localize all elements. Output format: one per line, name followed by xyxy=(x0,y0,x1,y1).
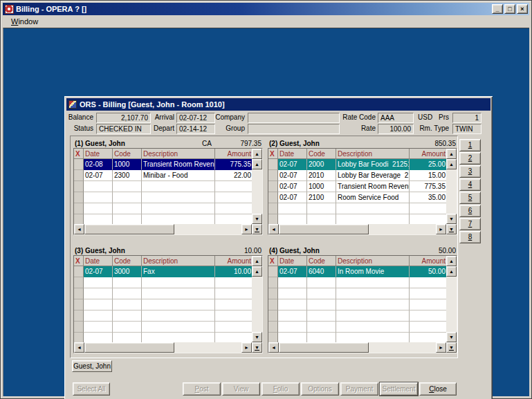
arrival-field[interactable]: 02-07-12 xyxy=(176,113,215,123)
vertical-scrollbar[interactable]: ▲▲▼ xyxy=(252,149,262,224)
post-button[interactable]: Post xyxy=(183,382,221,396)
folio-button-5[interactable]: 5 xyxy=(459,192,481,204)
rate-code-field[interactable]: AAA xyxy=(378,113,414,123)
scrollbar-track[interactable] xyxy=(369,224,436,234)
grid-cell[interactable]: 02-07 xyxy=(278,266,307,277)
scroll-up-icon[interactable]: ▲ xyxy=(252,159,262,169)
scroll-up-icon[interactable]: ▲ xyxy=(446,149,457,159)
grid-cell[interactable]: 02-07 xyxy=(278,192,307,203)
payment-button[interactable]: Payment xyxy=(340,382,378,396)
scroll-left-icon[interactable]: ◄ xyxy=(268,342,279,353)
folio-button[interactable]: Folio xyxy=(262,382,300,396)
folio-button-3[interactable]: 3 xyxy=(459,165,481,178)
scroll-to-end-icon[interactable]: ▼ xyxy=(252,224,262,234)
scroll-up-icon[interactable]: ▲ xyxy=(446,159,457,169)
grid-cell[interactable]: 1000 xyxy=(113,159,142,170)
grid-cell[interactable]: 775.35 xyxy=(215,159,253,170)
group-field[interactable] xyxy=(248,124,340,134)
transaction-row[interactable]: 02-081000Transient Room Revenu775.35 xyxy=(74,159,252,170)
transaction-row[interactable]: 02-071000Transient Room Revenu775.35 xyxy=(268,181,446,192)
grid-cell[interactable]: 6040 xyxy=(307,266,336,277)
row-marker-cell[interactable] xyxy=(268,170,278,181)
row-marker-cell[interactable] xyxy=(74,266,84,277)
grid-cell[interactable]: 02-07 xyxy=(278,181,307,192)
transaction-row[interactable]: 02-072300Minibar - Food22.00 xyxy=(74,170,252,181)
rm-type-field[interactable]: TWIN xyxy=(452,124,481,134)
folio-button-6[interactable]: 6 xyxy=(459,205,481,217)
view-button[interactable]: View xyxy=(222,382,260,396)
minimize-icon[interactable]: _ xyxy=(492,4,503,14)
grid-cell[interactable]: Transient Room Revenu xyxy=(336,181,410,192)
scroll-left-icon[interactable]: ◄ xyxy=(268,224,279,234)
scrollbar-thumb[interactable] xyxy=(279,342,369,353)
scroll-up-icon[interactable]: ▲ xyxy=(252,256,262,266)
row-marker-cell[interactable] xyxy=(268,266,278,277)
scroll-to-end-icon[interactable]: ▼ xyxy=(446,342,457,353)
scrollbar-thumb[interactable] xyxy=(84,224,174,234)
grid-cell[interactable]: Lobby Bar Foodi 21251 xyxy=(336,159,410,170)
scroll-down-icon[interactable]: ▼ xyxy=(252,214,262,224)
scroll-to-end-icon[interactable]: ▼ xyxy=(252,342,262,353)
scrollbar-track[interactable] xyxy=(174,342,241,353)
grid-cell[interactable]: 15.00 xyxy=(410,170,448,181)
grid-cell[interactable]: 10.00 xyxy=(215,266,253,277)
horizontal-scrollbar[interactable]: ◄► xyxy=(74,342,252,353)
scrollbar-track[interactable] xyxy=(174,224,241,234)
scrollbar-thumb[interactable] xyxy=(84,342,174,353)
folio-button-2[interactable]: 2 xyxy=(459,152,481,165)
vertical-scrollbar[interactable]: ▲▲▼ xyxy=(252,256,262,342)
scroll-up-icon[interactable]: ▲ xyxy=(446,266,457,277)
row-marker-cell[interactable] xyxy=(74,159,84,170)
scroll-down-icon[interactable]: ▼ xyxy=(446,332,457,342)
grid-cell[interactable]: 2010 xyxy=(307,170,336,181)
status-field[interactable]: CHECKED IN xyxy=(96,124,151,134)
scroll-right-icon[interactable]: ► xyxy=(241,224,252,234)
scrollbar-track[interactable] xyxy=(252,169,262,214)
row-marker-cell[interactable] xyxy=(268,159,278,170)
horizontal-scrollbar[interactable]: ◄► xyxy=(268,224,446,234)
grid-cell[interactable]: 3000 xyxy=(113,266,142,277)
scroll-to-end-icon[interactable]: ▼ xyxy=(446,224,457,234)
folio-button-1[interactable]: 1 xyxy=(459,139,481,151)
scrollbar-track[interactable] xyxy=(446,169,457,214)
scroll-up-icon[interactable]: ▲ xyxy=(252,266,262,277)
scrollbar-track[interactable] xyxy=(446,277,457,332)
scroll-up-icon[interactable]: ▲ xyxy=(446,256,457,266)
close-button[interactable]: Close xyxy=(419,382,457,396)
folio-button-4[interactable]: 4 xyxy=(459,178,481,191)
title-bar[interactable]: Billing - OPERA ? [] _ □ × xyxy=(3,3,529,15)
scroll-right-icon[interactable]: ► xyxy=(436,224,446,234)
scroll-down-icon[interactable]: ▼ xyxy=(252,332,262,342)
horizontal-scrollbar[interactable]: ◄► xyxy=(74,224,252,234)
row-marker-cell[interactable] xyxy=(268,181,278,192)
grid-cell[interactable]: 50.00 xyxy=(410,266,448,277)
guest-tab[interactable]: Guest, John xyxy=(72,360,112,372)
grid-cell[interactable]: In Room Movie xyxy=(336,266,410,277)
grid-cell[interactable]: 2300 xyxy=(113,170,142,181)
grid-cell[interactable]: Minibar - Food xyxy=(142,170,215,181)
grid-cell[interactable]: 25.00 xyxy=(410,159,448,170)
horizontal-scrollbar[interactable]: ◄► xyxy=(268,342,446,353)
company-field[interactable] xyxy=(248,113,340,123)
scrollbar-thumb[interactable] xyxy=(279,224,369,234)
grid-cell[interactable]: Transient Room Revenu xyxy=(142,159,215,170)
grid-cell[interactable]: 02-07 xyxy=(84,266,113,277)
transaction-row[interactable]: 02-072010Lobby Bar Beverage 21515.00 xyxy=(268,170,446,181)
scrollbar-track[interactable] xyxy=(252,277,262,332)
folio-button-7[interactable]: 7 xyxy=(459,218,481,230)
prs-field[interactable]: 1 xyxy=(452,113,481,123)
grid-cell[interactable]: 02-07 xyxy=(278,159,307,170)
menu-window[interactable]: Window xyxy=(8,17,42,26)
grid-cell[interactable]: 2100 xyxy=(307,192,336,203)
folio-button-8[interactable]: 8 xyxy=(459,231,481,243)
grid-cell[interactable]: 35.00 xyxy=(410,192,448,203)
grid-cell[interactable]: 1000 xyxy=(307,181,336,192)
scroll-right-icon[interactable]: ► xyxy=(241,342,252,353)
vertical-scrollbar[interactable]: ▲▲▼ xyxy=(446,149,457,224)
scroll-up-icon[interactable]: ▲ xyxy=(252,149,262,159)
grid-cell[interactable]: 22.00 xyxy=(215,170,253,181)
scroll-left-icon[interactable]: ◄ xyxy=(74,342,84,353)
grid-cell[interactable]: 2000 xyxy=(307,159,336,170)
row-marker-cell[interactable] xyxy=(74,170,84,181)
dialog-title-bar[interactable]: ORS - Billing [Guest, John - Room 1010] xyxy=(66,98,490,111)
